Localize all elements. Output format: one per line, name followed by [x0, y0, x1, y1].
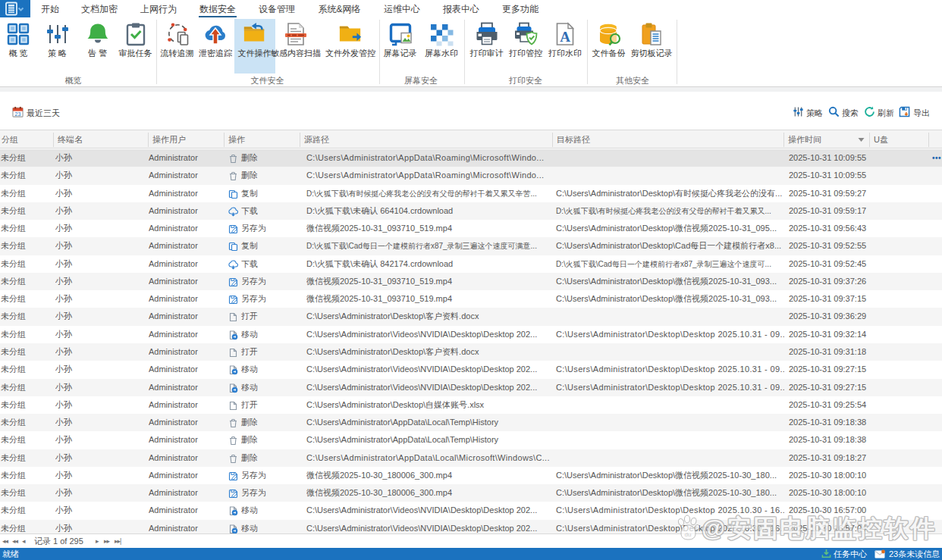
- svg-text:A: A: [560, 29, 570, 45]
- svg-text:23: 23: [15, 111, 21, 117]
